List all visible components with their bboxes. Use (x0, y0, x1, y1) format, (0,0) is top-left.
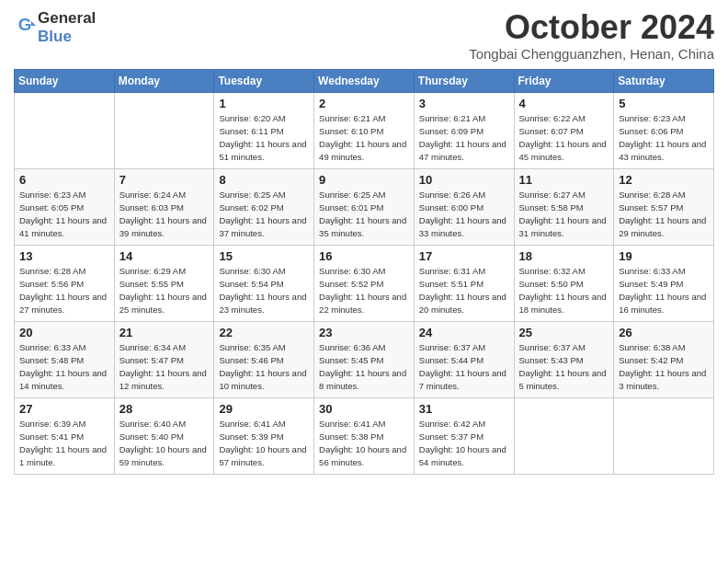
sunrise-text: Sunrise: 6:27 AM (519, 190, 586, 200)
day-info: Sunrise: 6:36 AMSunset: 5:45 PMDaylight:… (319, 341, 409, 394)
daylight-text: Daylight: 11 hours and 12 minutes. (119, 368, 207, 391)
day-number: 3 (419, 97, 509, 110)
day-info: Sunrise: 6:29 AMSunset: 5:55 PMDaylight:… (119, 265, 210, 317)
daylight-text: Daylight: 11 hours and 29 minutes. (619, 215, 706, 238)
sunset-text: Sunset: 5:54 PM (219, 279, 283, 289)
calendar-cell: 30Sunrise: 6:41 AMSunset: 5:38 PMDayligh… (314, 397, 415, 474)
day-number: 20 (19, 326, 109, 339)
day-info: Sunrise: 6:22 AMSunset: 6:07 PMDaylight:… (519, 112, 609, 165)
calendar-cell: 15Sunrise: 6:30 AMSunset: 5:54 PMDayligh… (214, 245, 314, 321)
sunrise-text: Sunrise: 6:31 AM (419, 266, 485, 276)
sunset-text: Sunset: 5:43 PM (519, 355, 584, 365)
sunrise-text: Sunrise: 6:26 AM (419, 190, 485, 200)
day-info: Sunrise: 6:38 AMSunset: 5:42 PMDaylight:… (619, 341, 709, 394)
calendar-cell: 11Sunrise: 6:27 AMSunset: 5:58 PMDayligh… (514, 168, 614, 245)
sunrise-text: Sunrise: 6:37 AM (419, 342, 485, 352)
day-number: 28 (119, 402, 210, 416)
day-info: Sunrise: 6:39 AMSunset: 5:41 PMDaylight:… (19, 418, 109, 470)
day-header-tuesday: Tuesday (214, 69, 314, 92)
calendar-cell: 31Sunrise: 6:42 AMSunset: 5:37 PMDayligh… (414, 397, 514, 474)
logo-icon: G (14, 15, 36, 37)
sunset-text: Sunset: 6:11 PM (219, 126, 283, 136)
sunrise-text: Sunrise: 6:28 AM (19, 266, 85, 276)
day-number: 26 (619, 326, 709, 339)
sunset-text: Sunset: 5:51 PM (419, 279, 483, 289)
day-header-sunday: Sunday (15, 69, 115, 92)
sunrise-text: Sunrise: 6:25 AM (219, 190, 285, 200)
calendar-cell: 17Sunrise: 6:31 AMSunset: 5:51 PMDayligh… (414, 245, 514, 321)
daylight-text: Daylight: 11 hours and 39 minutes. (119, 215, 207, 238)
sunset-text: Sunset: 6:06 PM (619, 126, 683, 136)
daylight-text: Daylight: 11 hours and 35 minutes. (319, 215, 406, 238)
calendar-week-row: 1Sunrise: 6:20 AMSunset: 6:11 PMDaylight… (15, 92, 714, 168)
title-section: October 2024 Tongbai Chengguanzhen, Hena… (469, 9, 714, 62)
sunset-text: Sunset: 5:37 PM (419, 431, 483, 442)
day-number: 18 (519, 249, 609, 263)
day-number: 4 (519, 97, 609, 110)
daylight-text: Daylight: 11 hours and 43 minutes. (619, 139, 706, 162)
calendar-week-row: 27Sunrise: 6:39 AMSunset: 5:41 PMDayligh… (15, 397, 714, 474)
calendar-cell (514, 397, 614, 474)
sunset-text: Sunset: 5:38 PM (319, 431, 383, 442)
day-info: Sunrise: 6:21 AMSunset: 6:09 PMDaylight:… (419, 112, 509, 165)
calendar-cell: 24Sunrise: 6:37 AMSunset: 5:44 PMDayligh… (414, 321, 514, 397)
sunset-text: Sunset: 5:39 PM (219, 431, 283, 442)
day-info: Sunrise: 6:41 AMSunset: 5:38 PMDaylight:… (319, 418, 409, 470)
calendar-table: SundayMondayTuesdayWednesdayThursdayFrid… (14, 69, 714, 475)
sunrise-text: Sunrise: 6:34 AM (119, 342, 186, 352)
sunrise-text: Sunrise: 6:23 AM (619, 113, 685, 123)
day-number: 5 (619, 97, 709, 110)
day-info: Sunrise: 6:40 AMSunset: 5:40 PMDaylight:… (119, 418, 210, 470)
sunset-text: Sunset: 5:58 PM (519, 202, 584, 213)
sunset-text: Sunset: 5:40 PM (119, 431, 184, 442)
location-title: Tongbai Chengguanzhen, Henan, China (469, 46, 714, 62)
day-info: Sunrise: 6:32 AMSunset: 5:50 PMDaylight:… (519, 265, 609, 317)
logo: G General Blue (14, 9, 96, 46)
calendar-cell: 4Sunrise: 6:22 AMSunset: 6:07 PMDaylight… (514, 92, 614, 168)
day-number: 22 (219, 326, 309, 339)
sunset-text: Sunset: 5:56 PM (19, 279, 84, 289)
daylight-text: Daylight: 11 hours and 41 minutes. (19, 215, 107, 238)
day-info: Sunrise: 6:33 AMSunset: 5:49 PMDaylight:… (619, 265, 709, 317)
day-header-friday: Friday (514, 69, 614, 92)
sunset-text: Sunset: 5:48 PM (19, 355, 84, 365)
daylight-text: Daylight: 11 hours and 8 minutes. (319, 368, 406, 391)
calendar-cell (614, 397, 714, 474)
day-info: Sunrise: 6:41 AMSunset: 5:39 PMDaylight:… (219, 418, 309, 470)
daylight-text: Daylight: 11 hours and 45 minutes. (519, 139, 607, 162)
sunset-text: Sunset: 6:09 PM (419, 126, 483, 136)
day-info: Sunrise: 6:28 AMSunset: 5:56 PMDaylight:… (19, 265, 109, 317)
calendar-cell: 20Sunrise: 6:33 AMSunset: 5:48 PMDayligh… (15, 321, 115, 397)
sunrise-text: Sunrise: 6:25 AM (319, 190, 385, 200)
calendar-week-row: 20Sunrise: 6:33 AMSunset: 5:48 PMDayligh… (15, 321, 714, 397)
day-number: 25 (519, 326, 609, 339)
day-header-monday: Monday (114, 69, 214, 92)
daylight-text: Daylight: 11 hours and 16 minutes. (619, 292, 706, 315)
day-info: Sunrise: 6:25 AMSunset: 6:01 PMDaylight:… (319, 189, 409, 241)
day-number: 21 (119, 326, 210, 339)
day-info: Sunrise: 6:42 AMSunset: 5:37 PMDaylight:… (419, 418, 509, 470)
sunrise-text: Sunrise: 6:35 AM (219, 342, 285, 352)
day-number: 13 (19, 249, 109, 263)
day-header-wednesday: Wednesday (314, 69, 415, 92)
calendar-cell: 13Sunrise: 6:28 AMSunset: 5:56 PMDayligh… (15, 245, 115, 321)
sunset-text: Sunset: 5:41 PM (19, 431, 84, 442)
daylight-text: Daylight: 11 hours and 37 minutes. (219, 215, 306, 238)
calendar-cell: 14Sunrise: 6:29 AMSunset: 5:55 PMDayligh… (114, 245, 214, 321)
calendar-cell: 18Sunrise: 6:32 AMSunset: 5:50 PMDayligh… (514, 245, 614, 321)
day-info: Sunrise: 6:24 AMSunset: 6:03 PMDaylight:… (119, 189, 210, 241)
daylight-text: Daylight: 11 hours and 18 minutes. (519, 292, 607, 315)
day-number: 19 (619, 249, 709, 263)
calendar-header-row: SundayMondayTuesdayWednesdayThursdayFrid… (15, 69, 714, 92)
day-info: Sunrise: 6:21 AMSunset: 6:10 PMDaylight:… (319, 112, 409, 165)
calendar-cell: 5Sunrise: 6:23 AMSunset: 6:06 PMDaylight… (614, 92, 714, 168)
day-number: 2 (319, 97, 409, 110)
day-number: 9 (319, 173, 409, 187)
day-info: Sunrise: 6:25 AMSunset: 6:02 PMDaylight:… (219, 189, 309, 241)
calendar-cell: 6Sunrise: 6:23 AMSunset: 6:05 PMDaylight… (15, 168, 115, 245)
calendar-cell: 21Sunrise: 6:34 AMSunset: 5:47 PMDayligh… (114, 321, 214, 397)
calendar-cell: 9Sunrise: 6:25 AMSunset: 6:01 PMDaylight… (314, 168, 415, 245)
sunrise-text: Sunrise: 6:33 AM (19, 342, 85, 352)
sunset-text: Sunset: 5:47 PM (119, 355, 184, 365)
day-number: 8 (219, 173, 309, 187)
